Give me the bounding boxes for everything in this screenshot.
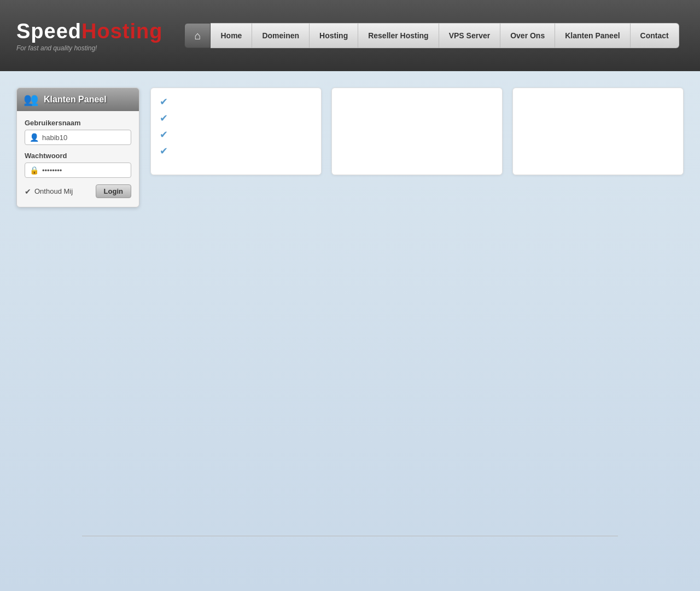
- password-input-wrap: 🔒: [25, 163, 131, 178]
- lock-icon: 🔒: [30, 166, 39, 175]
- nav-item-reseller[interactable]: Reseller Hosting: [358, 23, 439, 48]
- remember-label: Onthoud Mij: [34, 187, 73, 195]
- card-1: ✔ ✔ ✔ ✔: [150, 88, 322, 175]
- footer-divider: [82, 536, 618, 536]
- username-input-wrap: 👤: [25, 130, 131, 145]
- nav-item-hosting[interactable]: Hosting: [310, 23, 358, 48]
- check-2: ✔: [160, 112, 312, 124]
- check-3: ✔: [160, 129, 312, 141]
- home-icon: ⌂: [194, 30, 201, 42]
- logo: SpeedHosting For fast and quality hostin…: [16, 20, 162, 52]
- password-label: Wachtwoord: [25, 152, 131, 160]
- nav: ⌂ Home Domeinen Hosting Reseller Hosting…: [184, 23, 679, 48]
- remember-left: ✔ Onthoud Mij: [25, 187, 73, 196]
- nav-item-klanten[interactable]: Klanten Paneel: [555, 23, 630, 48]
- username-input[interactable]: [42, 134, 126, 142]
- remember-check-icon: ✔: [25, 187, 31, 196]
- nav-home-icon-btn[interactable]: ⌂: [184, 23, 211, 48]
- card-2: [331, 88, 503, 175]
- check-4: ✔: [160, 145, 312, 157]
- klanten-panel-header: 👥 Klanten Paneel: [17, 88, 139, 111]
- logo-speed: Speed: [16, 20, 81, 43]
- klanten-icon: 👥: [24, 92, 38, 107]
- logo-text: SpeedHosting: [16, 20, 162, 43]
- klanten-panel-title: Klanten Paneel: [44, 95, 107, 105]
- nav-item-home[interactable]: Home: [211, 23, 252, 48]
- card-3: [512, 88, 684, 175]
- user-icon: 👤: [30, 133, 39, 142]
- main-content: 👥 Klanten Paneel Gebruikersnaam 👤 Wachtw…: [0, 71, 700, 218]
- check-1: ✔: [160, 96, 312, 108]
- nav-item-contact[interactable]: Contact: [631, 23, 679, 48]
- logo-hosting-red: Hosting: [81, 20, 162, 43]
- klanten-panel-body: Gebruikersnaam 👤 Wachtwoord 🔒 ✔ Onthoud …: [17, 111, 139, 207]
- nav-item-overons[interactable]: Over Ons: [500, 23, 555, 48]
- header: SpeedHosting For fast and quality hostin…: [0, 0, 700, 71]
- nav-item-vps[interactable]: VPS Server: [439, 23, 501, 48]
- logo-tagline: For fast and quality hosting!: [16, 44, 162, 52]
- klanten-panel: 👥 Klanten Paneel Gebruikersnaam 👤 Wachtw…: [16, 88, 139, 207]
- password-input[interactable]: [42, 166, 126, 175]
- username-label: Gebruikersnaam: [25, 119, 131, 127]
- cards-area: ✔ ✔ ✔ ✔: [150, 88, 684, 175]
- login-button[interactable]: Login: [96, 184, 131, 198]
- remember-row: ✔ Onthoud Mij Login: [25, 184, 131, 198]
- nav-item-domeinen[interactable]: Domeinen: [252, 23, 310, 48]
